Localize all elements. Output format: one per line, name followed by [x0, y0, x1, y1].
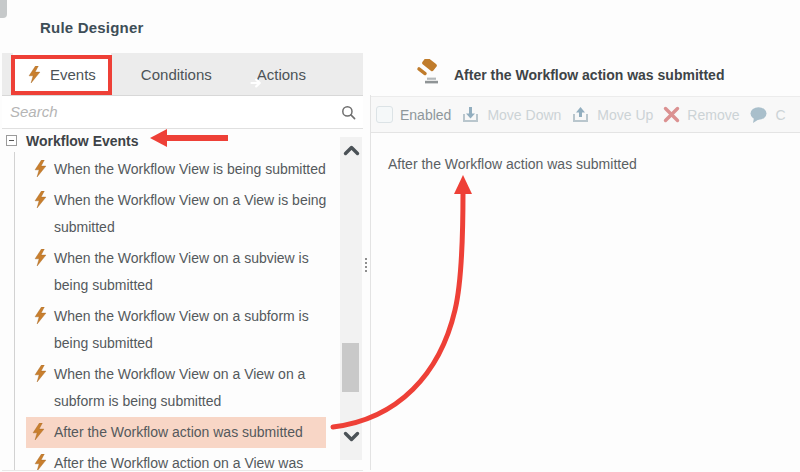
scroll-up-icon[interactable] [343, 143, 360, 161]
lightning-icon [34, 249, 47, 266]
rule-definition-text[interactable]: After the Workflow action was submitted [388, 156, 637, 172]
search-icon[interactable] [341, 105, 356, 124]
gavel-icon [415, 59, 441, 90]
lightning-icon [34, 191, 47, 208]
tab-label: Events [50, 66, 96, 83]
tab-conditions[interactable]: Conditions [117, 53, 227, 95]
event-item-label: After the Workflow action was submitted [54, 424, 303, 440]
tab-label: Actions [257, 66, 306, 83]
event-tree: Workflow Events When the Workflow View i… [2, 129, 340, 470]
toolbar-move-up-button[interactable]: Move Up [571, 105, 653, 124]
event-item[interactable]: When the Workflow View on a subview is b… [28, 243, 340, 301]
toolbar-label: C [775, 107, 785, 123]
event-item-selected[interactable]: After the Workflow action was submitted [26, 417, 326, 448]
toolbar-move-down-button[interactable]: Move Down [461, 105, 561, 124]
tree-group-workflow-events[interactable]: Workflow Events [2, 129, 340, 153]
tree-group-label: Workflow Events [26, 133, 139, 149]
move-up-icon [571, 105, 590, 124]
move-down-icon [461, 105, 480, 124]
search-box [2, 95, 363, 129]
event-item-label: After the Workflow action on a View was [54, 455, 303, 470]
toolbar-comment-button[interactable]: C [749, 106, 785, 124]
list-scrollbar-thumb[interactable] [342, 343, 359, 392]
event-item-label: When the Workflow View is being submitte… [54, 161, 326, 177]
event-item[interactable]: When the Workflow View is being submitte… [28, 154, 340, 185]
events-panel: EventsConditionsActions Workflow Events … [2, 0, 363, 471]
panel-divider [370, 95, 371, 470]
collapse-expander-icon[interactable] [6, 135, 17, 146]
event-item[interactable]: When the Workflow View on a View on a su… [28, 359, 340, 417]
detail-rule-title: After the Workflow action was submitted [454, 67, 724, 83]
event-item-label: When the Workflow View on a subform is b… [54, 308, 309, 351]
detail-header: After the Workflow action was submitted [415, 59, 724, 90]
list-scrollbar-track[interactable] [340, 137, 362, 460]
speech-bubble-icon [749, 106, 768, 124]
search-input[interactable] [2, 96, 330, 126]
event-item-label: When the Workflow View on a subview is b… [54, 250, 309, 293]
event-item[interactable]: When the Workflow View on a subform is b… [28, 301, 340, 359]
panel-splitter-handle[interactable] [365, 258, 367, 274]
event-item-label: When the Workflow View on a View is bein… [54, 192, 326, 235]
checkbox [376, 106, 393, 123]
rule-designer-window: Rule Designer EventsConditionsActions Wo… [0, 0, 800, 472]
lightning-icon [32, 423, 45, 440]
toolbar-enabled-checkbox[interactable]: Enabled [376, 106, 451, 123]
event-item[interactable]: After the Workflow action on a View was [28, 448, 340, 470]
lightning-icon [34, 365, 47, 382]
scroll-down-icon[interactable] [343, 429, 360, 447]
event-item-label: When the Workflow View on a View on a su… [54, 366, 305, 409]
event-item[interactable]: When the Workflow View on a View is bein… [28, 185, 340, 243]
lightning-icon [34, 160, 47, 177]
lightning-icon [28, 66, 41, 83]
tab-events[interactable]: Events [13, 53, 111, 95]
tab-actions[interactable]: Actions [233, 53, 321, 95]
remove-x-icon [663, 106, 680, 123]
lightning-icon [34, 454, 47, 470]
rule-tabbar: EventsConditionsActions [2, 53, 363, 95]
lightning-icon [34, 307, 47, 324]
detail-toolbar: EnabledMove DownMove UpRemoveC [371, 96, 800, 133]
tab-label: Conditions [141, 66, 212, 83]
toolbar-label: Remove [687, 107, 739, 123]
toolbar-remove-button[interactable]: Remove [663, 106, 739, 123]
toolbar-label: Move Down [487, 107, 561, 123]
toolbar-label: Enabled [400, 107, 451, 123]
toolbar-label: Move Up [597, 107, 653, 123]
event-list: When the Workflow View is being submitte… [2, 154, 340, 470]
